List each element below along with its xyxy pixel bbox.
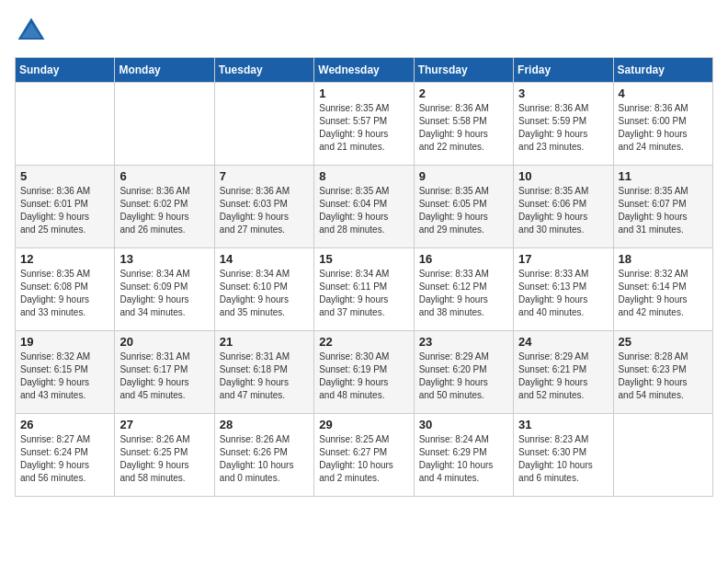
calendar-cell: 15Sunrise: 8:34 AM Sunset: 6:11 PM Dayli…	[314, 248, 414, 331]
calendar-cell: 1Sunrise: 8:35 AM Sunset: 5:57 PM Daylig…	[314, 83, 414, 166]
day-number: 17	[518, 252, 608, 266]
logo	[15, 15, 51, 48]
day-number: 30	[419, 418, 508, 431]
calendar-cell: 5Sunrise: 8:36 AM Sunset: 6:01 PM Daylig…	[16, 166, 115, 248]
day-number: 7	[220, 169, 309, 183]
day-info: Sunrise: 8:29 AM Sunset: 6:21 PM Dayligh…	[518, 350, 608, 402]
calendar-cell: 31Sunrise: 8:23 AM Sunset: 6:30 PM Dayli…	[514, 414, 613, 497]
calendar-cell: 29Sunrise: 8:25 AM Sunset: 6:27 PM Dayli…	[314, 414, 414, 497]
calendar-cell: 28Sunrise: 8:26 AM Sunset: 6:26 PM Dayli…	[214, 414, 313, 497]
calendar-cell: 3Sunrise: 8:36 AM Sunset: 5:59 PM Daylig…	[514, 83, 613, 166]
day-info: Sunrise: 8:36 AM Sunset: 6:01 PM Dayligh…	[20, 185, 109, 236]
day-info: Sunrise: 8:24 AM Sunset: 6:29 PM Dayligh…	[419, 433, 508, 485]
weekday-header-thursday: Thursday	[414, 58, 513, 83]
calendar-cell: 14Sunrise: 8:34 AM Sunset: 6:10 PM Dayli…	[214, 248, 313, 331]
calendar-cell: 23Sunrise: 8:29 AM Sunset: 6:20 PM Dayli…	[414, 331, 513, 414]
day-info: Sunrise: 8:36 AM Sunset: 6:03 PM Dayligh…	[220, 185, 309, 236]
day-number: 3	[518, 86, 608, 100]
day-info: Sunrise: 8:33 AM Sunset: 6:13 PM Dayligh…	[518, 268, 608, 319]
day-info: Sunrise: 8:32 AM Sunset: 6:14 PM Dayligh…	[619, 268, 708, 319]
calendar-cell: 18Sunrise: 8:32 AM Sunset: 6:14 PM Dayli…	[613, 248, 712, 331]
day-number: 5	[20, 169, 109, 183]
calendar-week-row: 12Sunrise: 8:35 AM Sunset: 6:08 PM Dayli…	[16, 248, 713, 331]
logo-icon	[15, 15, 48, 48]
day-info: Sunrise: 8:28 AM Sunset: 6:23 PM Dayligh…	[619, 350, 708, 402]
day-info: Sunrise: 8:29 AM Sunset: 6:20 PM Dayligh…	[419, 350, 508, 402]
day-number: 25	[619, 335, 708, 349]
day-number: 11	[619, 169, 708, 183]
weekday-header-sunday: Sunday	[16, 58, 115, 83]
weekday-header-monday: Monday	[115, 58, 214, 83]
calendar-cell: 24Sunrise: 8:29 AM Sunset: 6:21 PM Dayli…	[514, 331, 613, 414]
day-number: 19	[20, 335, 109, 349]
calendar-cell	[16, 83, 115, 166]
day-info: Sunrise: 8:26 AM Sunset: 6:26 PM Dayligh…	[220, 433, 309, 485]
day-number: 10	[518, 169, 608, 183]
calendar-cell: 25Sunrise: 8:28 AM Sunset: 6:23 PM Dayli…	[613, 331, 712, 414]
day-number: 28	[220, 418, 309, 431]
day-number: 27	[119, 418, 209, 431]
day-number: 4	[619, 86, 708, 100]
day-number: 22	[319, 335, 408, 349]
calendar-cell	[115, 83, 214, 166]
day-number: 21	[220, 335, 309, 349]
day-number: 14	[220, 252, 309, 266]
day-number: 29	[319, 418, 408, 431]
weekday-header-row: SundayMondayTuesdayWednesdayThursdayFrid…	[16, 58, 713, 83]
day-info: Sunrise: 8:30 AM Sunset: 6:19 PM Dayligh…	[319, 350, 408, 402]
calendar-cell	[613, 414, 712, 497]
calendar-cell: 9Sunrise: 8:35 AM Sunset: 6:05 PM Daylig…	[414, 166, 513, 248]
day-info: Sunrise: 8:31 AM Sunset: 6:18 PM Dayligh…	[220, 350, 309, 402]
day-info: Sunrise: 8:34 AM Sunset: 6:10 PM Dayligh…	[220, 268, 309, 319]
calendar-cell: 16Sunrise: 8:33 AM Sunset: 6:12 PM Dayli…	[414, 248, 513, 331]
calendar-cell: 17Sunrise: 8:33 AM Sunset: 6:13 PM Dayli…	[514, 248, 613, 331]
day-info: Sunrise: 8:35 AM Sunset: 6:05 PM Dayligh…	[419, 185, 508, 236]
day-number: 2	[419, 86, 508, 100]
day-number: 13	[119, 252, 209, 266]
calendar-cell: 4Sunrise: 8:36 AM Sunset: 6:00 PM Daylig…	[613, 83, 712, 166]
day-info: Sunrise: 8:35 AM Sunset: 6:04 PM Dayligh…	[319, 185, 408, 236]
calendar-cell: 7Sunrise: 8:36 AM Sunset: 6:03 PM Daylig…	[214, 166, 313, 248]
day-info: Sunrise: 8:31 AM Sunset: 6:17 PM Dayligh…	[119, 350, 209, 402]
day-number: 20	[119, 335, 209, 349]
day-info: Sunrise: 8:35 AM Sunset: 6:08 PM Dayligh…	[20, 268, 109, 319]
day-info: Sunrise: 8:33 AM Sunset: 6:12 PM Dayligh…	[419, 268, 508, 319]
day-info: Sunrise: 8:35 AM Sunset: 5:57 PM Dayligh…	[319, 102, 408, 154]
day-number: 16	[419, 252, 508, 266]
weekday-header-saturday: Saturday	[613, 58, 712, 83]
day-number: 9	[419, 169, 508, 183]
day-number: 1	[319, 86, 408, 100]
day-info: Sunrise: 8:35 AM Sunset: 6:06 PM Dayligh…	[518, 185, 608, 236]
calendar-cell: 22Sunrise: 8:30 AM Sunset: 6:19 PM Dayli…	[314, 331, 414, 414]
calendar-cell: 30Sunrise: 8:24 AM Sunset: 6:29 PM Dayli…	[414, 414, 513, 497]
day-info: Sunrise: 8:32 AM Sunset: 6:15 PM Dayligh…	[20, 350, 109, 402]
calendar-cell: 26Sunrise: 8:27 AM Sunset: 6:24 PM Dayli…	[16, 414, 115, 497]
day-number: 12	[20, 252, 109, 266]
calendar-cell: 10Sunrise: 8:35 AM Sunset: 6:06 PM Dayli…	[514, 166, 613, 248]
calendar-cell: 19Sunrise: 8:32 AM Sunset: 6:15 PM Dayli…	[16, 331, 115, 414]
day-info: Sunrise: 8:36 AM Sunset: 6:02 PM Dayligh…	[119, 185, 209, 236]
day-number: 6	[119, 169, 209, 183]
day-info: Sunrise: 8:35 AM Sunset: 6:07 PM Dayligh…	[619, 185, 708, 236]
day-info: Sunrise: 8:26 AM Sunset: 6:25 PM Dayligh…	[119, 433, 209, 485]
calendar-cell: 13Sunrise: 8:34 AM Sunset: 6:09 PM Dayli…	[115, 248, 214, 331]
calendar-table: SundayMondayTuesdayWednesdayThursdayFrid…	[15, 57, 713, 497]
day-number: 26	[20, 418, 109, 431]
calendar-cell: 8Sunrise: 8:35 AM Sunset: 6:04 PM Daylig…	[314, 166, 414, 248]
weekday-header-friday: Friday	[514, 58, 613, 83]
day-info: Sunrise: 8:23 AM Sunset: 6:30 PM Dayligh…	[518, 433, 608, 485]
day-info: Sunrise: 8:27 AM Sunset: 6:24 PM Dayligh…	[20, 433, 109, 485]
day-info: Sunrise: 8:25 AM Sunset: 6:27 PM Dayligh…	[319, 433, 408, 485]
calendar-cell: 27Sunrise: 8:26 AM Sunset: 6:25 PM Dayli…	[115, 414, 214, 497]
calendar-cell: 11Sunrise: 8:35 AM Sunset: 6:07 PM Dayli…	[613, 166, 712, 248]
day-number: 18	[619, 252, 708, 266]
day-number: 8	[319, 169, 408, 183]
calendar-cell: 21Sunrise: 8:31 AM Sunset: 6:18 PM Dayli…	[214, 331, 313, 414]
day-info: Sunrise: 8:36 AM Sunset: 5:58 PM Dayligh…	[419, 102, 508, 154]
calendar-cell	[214, 83, 313, 166]
calendar-cell: 20Sunrise: 8:31 AM Sunset: 6:17 PM Dayli…	[115, 331, 214, 414]
day-info: Sunrise: 8:34 AM Sunset: 6:11 PM Dayligh…	[319, 268, 408, 319]
calendar-week-row: 26Sunrise: 8:27 AM Sunset: 6:24 PM Dayli…	[16, 414, 713, 497]
day-number: 31	[518, 418, 608, 431]
calendar-cell: 6Sunrise: 8:36 AM Sunset: 6:02 PM Daylig…	[115, 166, 214, 248]
